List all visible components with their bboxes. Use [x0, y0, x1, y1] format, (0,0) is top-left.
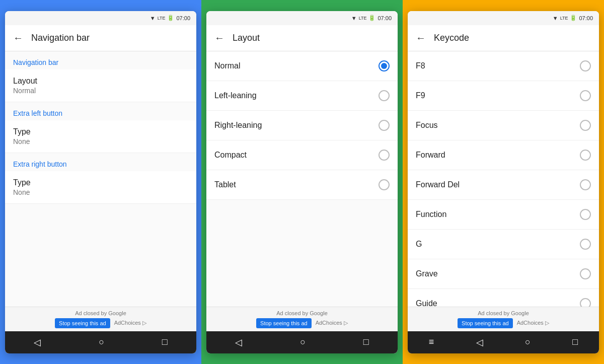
- radio-item-normal[interactable]: Normal: [206, 51, 398, 81]
- appbar-title-2: Layout: [233, 33, 260, 43]
- setting-item-layout-title: Layout: [13, 77, 188, 86]
- radio-circle-focus[interactable]: [580, 120, 591, 131]
- radio-label-tablet: Tablet: [214, 180, 236, 189]
- signal-icon-3: ▼: [553, 15, 558, 21]
- home-nav-icon-3[interactable]: ○: [525, 337, 531, 347]
- radio-item-f8[interactable]: F8: [408, 51, 599, 81]
- radio-label-grave: Grave: [416, 269, 438, 278]
- battery-icon-3: 🔋: [570, 15, 577, 21]
- setting-item-type-right-title: Type: [13, 178, 188, 187]
- back-button-3[interactable]: ←: [416, 32, 426, 44]
- recents-nav-icon-1[interactable]: □: [162, 337, 168, 347]
- ad-choices-btn-1[interactable]: AdChoices ▷: [114, 320, 146, 326]
- radio-item-focus[interactable]: Focus: [408, 111, 599, 140]
- back-nav-icon-2[interactable]: ◁: [235, 337, 242, 348]
- ad-buttons-2: Stop seeing this ad AdChoices ▷: [212, 318, 392, 328]
- recents-nav-icon-2[interactable]: □: [363, 337, 369, 347]
- battery-icon: 🔋: [167, 15, 174, 21]
- radio-item-compact[interactable]: Compact: [206, 140, 398, 170]
- phone-2: ▼ LTE 🔋 07:00 ← Layout Normal Left-leani…: [206, 11, 398, 353]
- radio-item-tablet[interactable]: Tablet: [206, 170, 398, 200]
- setting-item-layout-subtitle: Normal: [13, 87, 188, 95]
- appbar-title-3: Keycode: [434, 33, 469, 43]
- ad-closed-text-1: Ad closed by Google: [11, 310, 190, 316]
- radio-item-f9[interactable]: F9: [408, 81, 599, 111]
- radio-circle-forward[interactable]: [580, 150, 591, 161]
- radio-item-forward[interactable]: Forward: [408, 140, 599, 170]
- radio-label-forward: Forward: [416, 151, 445, 160]
- ad-choices-btn-3[interactable]: AdChoices ▷: [517, 320, 549, 326]
- radio-circle-g[interactable]: [580, 239, 591, 250]
- radio-label-right-leaning: Right-leaning: [214, 121, 262, 130]
- radio-circle-forward-del[interactable]: [580, 179, 591, 190]
- status-bar-3: ▼ LTE 🔋 07:00: [408, 11, 599, 25]
- ad-footer-2: Ad closed by Google Stop seeing this ad …: [206, 307, 398, 331]
- setting-item-type-left-subtitle: None: [13, 137, 188, 145]
- radio-item-g[interactable]: G: [408, 230, 599, 259]
- setting-item-type-left[interactable]: Type None: [5, 120, 196, 153]
- radio-circle-left-leaning[interactable]: [379, 90, 390, 101]
- section-label-extra-left[interactable]: Extra left button: [5, 102, 196, 120]
- radio-label-normal: Normal: [214, 61, 241, 70]
- setting-item-type-right[interactable]: Type None: [5, 171, 196, 204]
- back-nav-icon-1[interactable]: ◁: [34, 337, 41, 348]
- radio-circle-function[interactable]: [580, 209, 591, 220]
- setting-item-type-right-subtitle: None: [13, 188, 188, 196]
- content-3: F8 F9 Focus Forward Forward Del Function: [408, 51, 599, 307]
- radio-item-function[interactable]: Function: [408, 200, 599, 230]
- radio-circle-grave[interactable]: [580, 268, 591, 279]
- recents-nav-icon-3[interactable]: □: [572, 337, 578, 347]
- setting-item-layout[interactable]: Layout Normal: [5, 69, 196, 102]
- ad-closed-text-2: Ad closed by Google: [212, 310, 392, 316]
- radio-label-g: G: [416, 240, 422, 249]
- radio-item-forward-del[interactable]: Forward Del: [408, 170, 599, 200]
- back-button-2[interactable]: ←: [214, 32, 224, 44]
- home-nav-icon-2[interactable]: ○: [300, 337, 306, 347]
- radio-circle-f8[interactable]: [580, 60, 591, 71]
- stop-seeing-btn-2[interactable]: Stop seeing this ad: [256, 318, 312, 328]
- ad-buttons-3: Stop seeing this ad AdChoices ▷: [414, 318, 593, 328]
- signal-icon: ▼: [150, 15, 156, 21]
- ad-choices-btn-2[interactable]: AdChoices ▷: [316, 320, 348, 326]
- signal-icon-2: ▼: [351, 15, 357, 21]
- home-nav-icon-1[interactable]: ○: [99, 337, 104, 347]
- radio-label-focus: Focus: [416, 121, 438, 130]
- battery-icon-2: 🔋: [368, 15, 375, 21]
- setting-item-type-left-title: Type: [13, 127, 188, 136]
- time-3: 07:00: [579, 15, 593, 21]
- status-icons-3: ▼ LTE 🔋 07:00: [553, 15, 593, 21]
- phone-1: ▼ LTE 🔋 07:00 ← Navigation bar Navigatio…: [5, 11, 196, 353]
- appbar-3: ← Keycode: [408, 25, 599, 51]
- back-button-1[interactable]: ←: [13, 32, 23, 44]
- radio-item-left-leaning[interactable]: Left-leaning: [206, 81, 398, 111]
- radio-circle-right-leaning[interactable]: [379, 120, 390, 131]
- appbar-2: ← Layout: [206, 25, 398, 51]
- back-nav-icon-3[interactable]: ◁: [476, 337, 483, 348]
- content-1: Navigation bar Layout Normal Extra left …: [5, 51, 196, 307]
- radio-label-function: Function: [416, 210, 446, 219]
- stop-seeing-btn-3[interactable]: Stop seeing this ad: [458, 318, 513, 328]
- status-icons-1: ▼ LTE 🔋 07:00: [150, 15, 190, 21]
- appbar-1: ← Navigation bar: [5, 25, 196, 51]
- radio-label-guide: Guide: [416, 299, 437, 307]
- radio-item-grave[interactable]: Grave: [408, 259, 599, 289]
- radio-circle-guide[interactable]: [580, 298, 591, 307]
- radio-circle-normal[interactable]: [379, 60, 390, 71]
- radio-label-f9: F9: [416, 91, 425, 100]
- radio-item-guide[interactable]: Guide: [408, 289, 599, 307]
- section-label-nav[interactable]: Navigation bar: [5, 51, 196, 69]
- radio-label-f8: F8: [416, 61, 425, 70]
- radio-item-right-leaning[interactable]: Right-leaning: [206, 111, 398, 140]
- panel-navigation-bar: ▼ LTE 🔋 07:00 ← Navigation bar Navigatio…: [0, 0, 201, 364]
- radio-circle-compact[interactable]: [379, 150, 390, 161]
- radio-circle-f9[interactable]: [580, 90, 591, 101]
- stop-seeing-btn-1[interactable]: Stop seeing this ad: [55, 318, 110, 328]
- radio-circle-tablet[interactable]: [379, 179, 390, 190]
- time-2: 07:00: [378, 15, 392, 21]
- ad-footer-1: Ad closed by Google Stop seeing this ad …: [5, 307, 196, 331]
- panel-keycode: ▼ LTE 🔋 07:00 ← Keycode F8 F9 Focus: [403, 0, 604, 364]
- radio-label-left-leaning: Left-leaning: [214, 91, 257, 100]
- section-label-extra-right[interactable]: Extra right button: [5, 153, 196, 171]
- menu-nav-icon-3[interactable]: ≡: [429, 337, 434, 347]
- ad-footer-3: Ad closed by Google Stop seeing this ad …: [408, 307, 599, 331]
